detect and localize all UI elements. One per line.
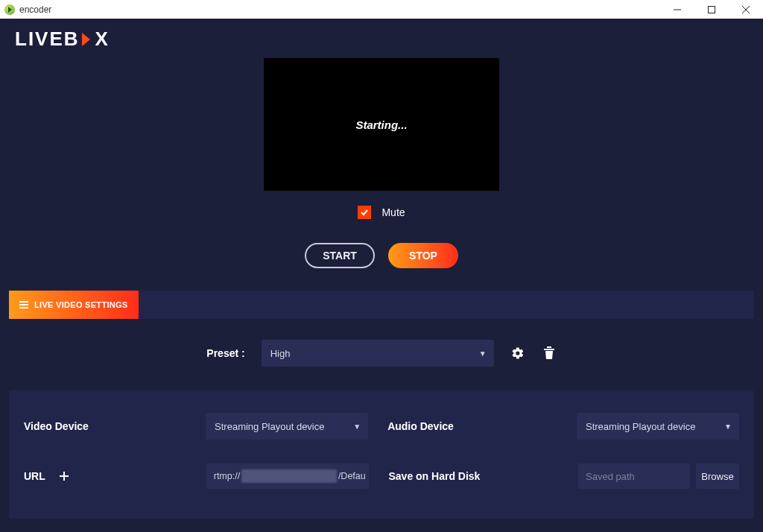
- brand-text-1: LIVEB: [15, 28, 80, 51]
- chevron-down-icon: ▼: [724, 422, 732, 431]
- start-button[interactable]: START: [305, 243, 375, 268]
- app-body: LIVEB X Starting... Mute START STOP: [0, 19, 763, 532]
- svg-rect-1: [709, 6, 715, 13]
- url-redacted: [241, 469, 337, 483]
- video-device-value: Streaming Playout device: [215, 421, 324, 432]
- gear-icon: [511, 346, 525, 360]
- url-prefix: rtmp://: [206, 471, 240, 481]
- audio-device-value: Streaming Playout device: [586, 421, 695, 432]
- audio-device-select[interactable]: Streaming Playout device ▼: [577, 413, 739, 440]
- tab-live-video-settings[interactable]: LIVE VIDEO SETTINGS: [9, 291, 139, 319]
- svg-rect-5: [19, 301, 28, 303]
- window-titlebar: encoder: [0, 0, 763, 19]
- svg-rect-8: [544, 349, 554, 350]
- add-url-button[interactable]: [59, 471, 69, 481]
- svg-rect-7: [19, 307, 28, 308]
- window-title: encoder: [19, 4, 51, 15]
- save-disk-label: Save on Hard Disk: [388, 470, 578, 482]
- svg-rect-9: [547, 346, 551, 348]
- browse-button[interactable]: Browse: [696, 463, 739, 489]
- brand-text-2: X: [95, 28, 110, 51]
- stop-button[interactable]: STOP: [388, 243, 458, 268]
- maximize-button[interactable]: [694, 0, 729, 19]
- chevron-down-icon: ▼: [479, 349, 487, 358]
- saved-path-input[interactable]: Saved path: [578, 463, 690, 489]
- settings-panel: Video Device Streaming Playout device ▼ …: [9, 390, 754, 519]
- saved-path-placeholder: Saved path: [586, 471, 635, 482]
- mute-checkbox[interactable]: [358, 206, 371, 219]
- tab-label: LIVE VIDEO SETTINGS: [34, 300, 128, 309]
- brand-logo: LIVEB X: [15, 28, 748, 51]
- preset-delete-button[interactable]: [542, 346, 557, 361]
- svg-marker-4: [82, 33, 90, 46]
- url-suffix: /Defau: [338, 471, 369, 481]
- url-label: URL: [24, 470, 45, 482]
- close-button[interactable]: [729, 0, 763, 19]
- settings-bars-icon: [19, 301, 28, 308]
- url-input[interactable]: rtmp:// /Defau: [206, 463, 369, 489]
- mute-label: Mute: [382, 206, 405, 218]
- chevron-down-icon: ▼: [353, 422, 361, 431]
- trash-icon: [543, 346, 555, 360]
- audio-device-label: Audio Device: [387, 420, 577, 432]
- minimize-button[interactable]: [660, 0, 694, 19]
- app-icon: [4, 4, 15, 15]
- preset-settings-button[interactable]: [510, 346, 525, 361]
- preset-select[interactable]: High ▼: [262, 340, 494, 367]
- brand-bar: LIVEB X: [0, 19, 763, 58]
- preset-value: High: [270, 348, 291, 359]
- settings-tabbar: LIVE VIDEO SETTINGS: [9, 291, 754, 319]
- preview-status-text: Starting...: [355, 118, 407, 131]
- video-device-select[interactable]: Streaming Playout device ▼: [206, 413, 368, 440]
- svg-rect-6: [19, 304, 28, 305]
- svg-rect-11: [60, 475, 69, 477]
- preset-label: Preset :: [206, 347, 244, 359]
- video-preview: Starting...: [264, 58, 499, 191]
- video-device-label: Video Device: [24, 420, 206, 432]
- brand-chevron-icon: [81, 31, 95, 48]
